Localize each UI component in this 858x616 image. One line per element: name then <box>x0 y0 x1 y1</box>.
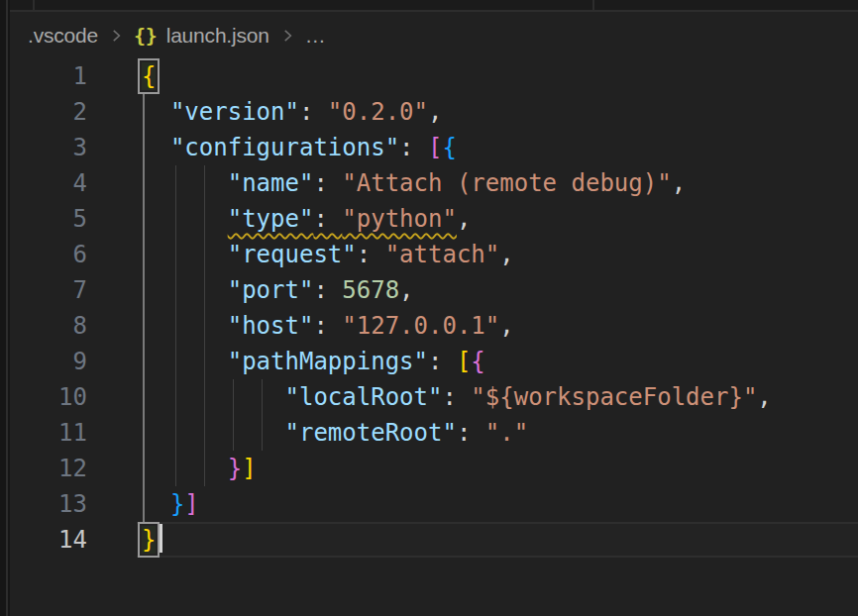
token-pun: : <box>313 276 342 304</box>
code-content[interactable]: }] <box>87 451 858 486</box>
code-line-10[interactable]: 10 "localRoot": "${workspaceFolder}", <box>10 379 858 415</box>
code-line-4[interactable]: 4 "name": "Attach (remote debug)", <box>10 165 858 201</box>
token-pun: , <box>428 98 442 126</box>
code-line-7[interactable]: 7 "port": 5678, <box>10 272 858 308</box>
line-number[interactable]: 14 <box>10 522 87 558</box>
code-content[interactable]: "request": "attach", <box>87 237 858 272</box>
code-content[interactable]: { <box>87 58 858 94</box>
code-line-9[interactable]: 9 "pathMappings": [{ <box>10 344 858 379</box>
token-key: "version" <box>170 98 299 126</box>
token-b1: ] <box>242 455 256 482</box>
line-number[interactable]: 11 <box>10 415 87 451</box>
token-ws <box>142 241 228 268</box>
line-number[interactable]: 12 <box>10 451 87 486</box>
token-key: "name" <box>228 169 314 197</box>
line-number[interactable]: 7 <box>10 272 87 308</box>
token-pun: : <box>457 419 485 447</box>
code-content[interactable]: "configurations": [{ <box>87 130 858 165</box>
token-pun: : <box>357 241 385 268</box>
code-text: "localRoot": "${workspaceFolder}", <box>142 383 772 411</box>
token-b2: ] <box>184 490 198 518</box>
line-number[interactable]: 9 <box>10 344 87 379</box>
code-line-13[interactable]: 13 }] <box>10 486 858 522</box>
token-ws <box>142 276 228 304</box>
code-text: "version": "0.2.0", <box>142 98 442 126</box>
code-line-8[interactable]: 8 "host": "127.0.0.1", <box>10 308 858 344</box>
code-text: "request": "attach", <box>142 241 514 268</box>
breadcrumbs: .vscode {} launch.json … <box>10 12 858 58</box>
line-number[interactable]: 8 <box>10 308 87 344</box>
code-content[interactable]: "host": "127.0.0.1", <box>87 308 858 344</box>
code-line-2[interactable]: 2 "version": "0.2.0", <box>10 94 858 130</box>
code-line-5[interactable]: 5 "type": "python", <box>10 201 858 237</box>
code-text: "host": "127.0.0.1", <box>142 312 514 340</box>
token-pun: , <box>672 169 686 197</box>
token-key: "remoteRoot" <box>285 419 457 447</box>
token-pun: : <box>428 348 457 375</box>
code-line-1[interactable]: 1{ <box>10 58 858 94</box>
token-ws <box>142 169 228 197</box>
code-content[interactable]: }] <box>87 486 858 522</box>
token-ws <box>142 312 228 340</box>
token-ws <box>142 490 170 518</box>
code-area[interactable]: 1{2 "version": "0.2.0",3 "configurations… <box>10 58 858 558</box>
token-b2: { <box>471 348 484 375</box>
code-line-3[interactable]: 3 "configurations": [{ <box>10 130 858 165</box>
token-b2: } <box>228 455 242 482</box>
breadcrumb-file[interactable]: launch.json <box>166 24 269 48</box>
code-text: { <box>142 62 156 90</box>
token-str: "${workspaceFolder}" <box>471 383 757 411</box>
line-number[interactable]: 4 <box>10 165 87 201</box>
code-line-12[interactable]: 12 }] <box>10 451 858 486</box>
code-content[interactable]: "port": 5678, <box>87 272 858 308</box>
line-number[interactable]: 3 <box>10 130 87 165</box>
code-line-6[interactable]: 6 "request": "attach", <box>10 237 858 272</box>
breadcrumb-folder[interactable]: .vscode <box>28 24 98 48</box>
token-pun: : <box>399 134 428 161</box>
token-key: "host" <box>228 312 314 340</box>
token-str: "0.2.0" <box>328 98 428 126</box>
token-ws <box>142 419 285 447</box>
token-ws <box>142 348 228 375</box>
token-pun: : <box>313 312 342 340</box>
line-number[interactable]: 5 <box>10 201 87 237</box>
tab-divider <box>33 0 35 10</box>
token-pun: , <box>499 241 513 268</box>
code-content[interactable]: "version": "0.2.0", <box>87 94 858 130</box>
line-number[interactable]: 1 <box>10 58 87 94</box>
code-content[interactable]: "name": "Attach (remote debug)", <box>87 165 858 201</box>
tab-bar-bottom <box>10 0 858 12</box>
token-str: "python" <box>342 205 457 233</box>
code-text: "type": "python", <box>142 205 471 233</box>
code-text: "pathMappings": [{ <box>142 348 485 375</box>
code-line-14[interactable]: 14} <box>10 522 858 558</box>
code-content[interactable]: "type": "python", <box>87 201 858 237</box>
code-content[interactable]: } <box>87 522 858 558</box>
code-content[interactable]: "pathMappings": [{ <box>87 344 858 379</box>
code-text: } <box>142 526 162 554</box>
token-pun: : <box>442 383 471 411</box>
line-number[interactable]: 2 <box>10 94 87 130</box>
chevron-right-icon <box>107 27 125 45</box>
code-content[interactable]: "localRoot": "${workspaceFolder}", <box>87 379 858 415</box>
line-number[interactable]: 13 <box>10 486 87 522</box>
token-ws <box>142 134 170 161</box>
line-number[interactable]: 6 <box>10 237 87 272</box>
token-b3: } <box>170 490 184 518</box>
json-braces-icon: {} <box>134 24 158 48</box>
code-line-11[interactable]: 11 "remoteRoot": "." <box>10 415 858 451</box>
code-text: "configurations": [{ <box>142 134 457 161</box>
line-number[interactable]: 10 <box>10 379 87 415</box>
matched-bracket: } <box>142 526 156 554</box>
token-pun: : <box>313 205 342 233</box>
matched-bracket: { <box>142 62 156 90</box>
token-str: "attach" <box>385 241 500 268</box>
token-b3: { <box>442 134 456 161</box>
token-key: "localRoot" <box>285 383 443 411</box>
token-str: "Attach (remote debug)" <box>342 169 671 197</box>
token-pun: , <box>399 276 413 304</box>
token-ws <box>142 98 170 126</box>
code-content[interactable]: "remoteRoot": "." <box>87 415 858 451</box>
breadcrumb-overflow[interactable]: … <box>305 24 326 48</box>
chevron-right-icon <box>278 27 296 45</box>
